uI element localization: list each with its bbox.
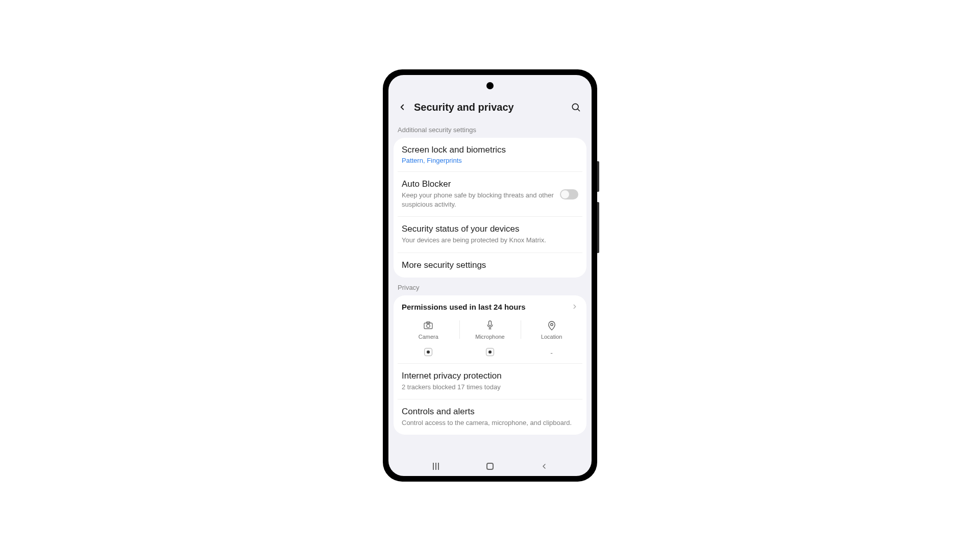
permission-microphone-app xyxy=(486,348,494,356)
svg-rect-2 xyxy=(424,323,432,329)
toggle-knob xyxy=(561,190,569,198)
chevron-left-icon xyxy=(398,103,407,112)
nav-back-button[interactable] xyxy=(538,460,550,472)
nav-recents-button[interactable] xyxy=(430,460,442,472)
permission-microphone-col[interactable]: Microphone xyxy=(459,320,521,357)
security-status-title: Security status of your devices xyxy=(402,224,578,234)
permission-location-label: Location xyxy=(541,334,562,340)
permissions-header-row[interactable]: Permissions used in last 24 hours xyxy=(398,295,582,316)
auto-blocker-row[interactable]: Auto Blocker Keep your phone safe by blo… xyxy=(398,171,582,216)
svg-point-8 xyxy=(550,323,552,325)
screen: Security and privacy Additional security… xyxy=(388,75,592,476)
screen-lock-title: Screen lock and biometrics xyxy=(402,145,578,155)
auto-blocker-subtitle: Keep your phone safe by blocking threats… xyxy=(402,191,554,209)
internet-privacy-row[interactable]: Internet privacy protection 2 trackers b… xyxy=(398,363,582,399)
svg-point-3 xyxy=(427,324,430,327)
home-icon xyxy=(486,463,494,470)
screen-lock-subtitle: Pattern, Fingerprints xyxy=(402,157,578,164)
permissions-title: Permissions used in last 24 hours xyxy=(402,303,526,311)
controls-alerts-title: Controls and alerts xyxy=(402,407,578,417)
location-icon xyxy=(547,320,557,331)
section-label-privacy: Privacy xyxy=(388,278,592,295)
permission-microphone-label: Microphone xyxy=(475,334,504,340)
internet-privacy-title: Internet privacy protection xyxy=(402,371,578,381)
microphone-icon xyxy=(485,320,495,331)
svg-rect-5 xyxy=(489,320,492,325)
permission-camera-col[interactable]: Camera xyxy=(398,320,459,357)
section-label-additional: Additional security settings xyxy=(388,120,592,138)
security-status-subtitle: Your devices are being protected by Knox… xyxy=(402,236,578,245)
permission-location-col[interactable]: Location - xyxy=(521,320,582,357)
camera-punch-hole xyxy=(486,82,494,89)
permission-location-value: - xyxy=(550,349,553,357)
back-button[interactable] xyxy=(396,101,409,114)
screen-lock-row[interactable]: Screen lock and biometrics Pattern, Fing… xyxy=(398,138,582,171)
page-title: Security and privacy xyxy=(414,102,569,113)
chevron-right-icon xyxy=(571,303,578,310)
permissions-grid: Camera Microphone xyxy=(398,316,582,363)
settings-header: Security and privacy xyxy=(388,94,592,120)
back-icon xyxy=(540,462,548,470)
svg-rect-4 xyxy=(427,321,430,323)
navigation-bar xyxy=(388,457,592,476)
controls-alerts-subtitle: Control access to the camera, microphone… xyxy=(402,418,578,428)
permission-camera-app xyxy=(424,348,432,356)
permission-camera-label: Camera xyxy=(419,334,438,340)
nav-home-button[interactable] xyxy=(484,460,496,472)
more-security-row[interactable]: More security settings xyxy=(398,253,582,278)
auto-blocker-title: Auto Blocker xyxy=(402,179,554,189)
internet-privacy-subtitle: 2 trackers blocked 17 times today xyxy=(402,383,578,392)
privacy-card: Permissions used in last 24 hours Camera xyxy=(394,295,586,435)
additional-security-card: Screen lock and biometrics Pattern, Fing… xyxy=(394,138,586,278)
search-icon xyxy=(571,102,581,112)
phone-frame: Security and privacy Additional security… xyxy=(383,69,597,482)
recents-icon xyxy=(433,463,439,470)
search-button[interactable] xyxy=(569,101,582,114)
svg-line-1 xyxy=(578,109,580,111)
more-security-title: More security settings xyxy=(402,260,578,270)
phone-inner: Security and privacy Additional security… xyxy=(387,73,593,478)
camera-icon xyxy=(423,320,433,331)
security-status-row[interactable]: Security status of your devices Your dev… xyxy=(398,216,582,252)
auto-blocker-toggle[interactable] xyxy=(560,189,578,199)
controls-alerts-row[interactable]: Controls and alerts Control access to th… xyxy=(398,399,582,435)
content-scroll[interactable]: Security and privacy Additional security… xyxy=(388,94,592,457)
